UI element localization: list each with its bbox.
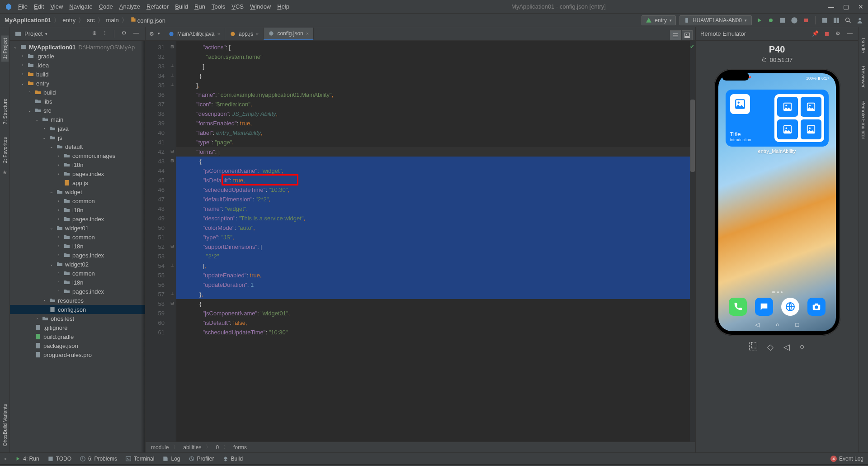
code-line[interactable]: "scheduledUpdateTime": "10:30" <box>176 328 695 337</box>
code-line[interactable]: ] <box>176 62 695 71</box>
project-panel-title[interactable]: Project <box>24 30 42 37</box>
tree-row[interactable]: .gitignore <box>10 323 145 332</box>
gear-icon[interactable]: ⚙ <box>122 30 129 38</box>
breadcrumb-item[interactable]: src <box>87 17 94 24</box>
tree-row[interactable]: ›build <box>10 70 145 79</box>
tree-row[interactable]: ›pages.index <box>10 287 145 296</box>
tree-row[interactable]: ⌄widget02 <box>10 260 145 269</box>
close-icon[interactable]: ✕ <box>858 3 863 10</box>
tree-row[interactable]: proguard-rules.pro <box>10 350 145 359</box>
project-tree[interactable]: ⌄MyApplication01D:\HarmonyOS\MyAp›.gradl… <box>10 41 145 452</box>
layout-icon[interactable] <box>833 17 840 24</box>
code-line[interactable]: "2*2" <box>176 252 695 261</box>
editor-tab[interactable]: MainAbility.java× <box>164 28 225 40</box>
tree-row[interactable]: ⌄widget01 <box>10 223 145 233</box>
code-line[interactable]: "description": JS_Empty Ability, <box>176 109 695 119</box>
dock-app-browser[interactable] <box>781 298 799 316</box>
tree-row[interactable]: ›i18n <box>10 278 145 287</box>
tree-row[interactable]: ⌄js <box>10 133 145 142</box>
code-line[interactable]: "scheduledUpdateTime": "10:30", <box>176 185 695 195</box>
code-line[interactable]: ], <box>176 261 695 271</box>
code-breadcrumb-item[interactable]: 0 <box>216 444 219 451</box>
rail-tab-favorites[interactable]: 2: Favorites <box>1 134 9 166</box>
menu-edit[interactable]: Edit <box>34 3 44 10</box>
stop-icon[interactable] <box>802 17 810 24</box>
tree-row[interactable]: ›build <box>10 88 145 97</box>
menu-code[interactable]: Code <box>99 3 113 10</box>
tree-row[interactable]: ⌄widget <box>10 187 145 196</box>
back-icon[interactable]: ◁ <box>783 342 790 352</box>
code-line[interactable]: "label": entry_MainAbility, <box>176 128 695 138</box>
phone-screen[interactable]: ◧ℕ📶📡📍 100%▮6:17 Title Introduction <box>718 73 836 331</box>
nav-recent-icon[interactable]: □ <box>796 321 799 328</box>
close-tab-icon[interactable]: × <box>256 31 259 37</box>
tree-row[interactable]: ›ohosTest <box>10 314 145 323</box>
menu-tools[interactable]: Tools <box>212 3 225 10</box>
service-widget-card[interactable]: Title Introduction <box>726 90 829 147</box>
dock-app-messages[interactable] <box>755 298 773 316</box>
tree-row[interactable]: ⌄main <box>10 115 145 124</box>
toolwindow-log[interactable]: Log <box>162 456 180 462</box>
device-file-icon[interactable] <box>821 17 828 24</box>
tree-row[interactable]: ⌄default <box>10 142 145 151</box>
pin-icon[interactable]: 📌 <box>812 31 818 37</box>
breadcrumb-item[interactable]: entry <box>62 17 75 24</box>
tree-row-root[interactable]: ⌄MyApplication01D:\HarmonyOS\MyAp <box>10 43 145 52</box>
stop-icon[interactable] <box>824 31 830 37</box>
code-line[interactable]: "action.system.home" <box>176 52 695 62</box>
toolwindow-profiler[interactable]: Profiler <box>189 456 214 462</box>
text-view-button[interactable] <box>670 30 681 40</box>
tree-row[interactable]: ›pages.index <box>10 169 145 178</box>
tree-row[interactable]: ›pages.index <box>10 251 145 260</box>
code-line[interactable]: "name": "widget", <box>176 204 695 214</box>
coverage-icon[interactable] <box>779 17 786 24</box>
menu-file[interactable]: File <box>18 3 28 10</box>
tree-row[interactable]: ›common.images <box>10 151 145 160</box>
breadcrumb-item[interactable]: config.json <box>130 16 165 24</box>
code-line[interactable]: "jsComponentName": "widget01", <box>176 309 695 318</box>
menu-window[interactable]: Window <box>250 3 271 10</box>
code-line[interactable]: "forms": [ <box>176 147 695 157</box>
tree-row[interactable]: ›common <box>10 233 145 242</box>
rail-tab-gradle[interactable]: Gradle <box>860 35 867 56</box>
chevron-down-icon[interactable]: ▾ <box>158 32 160 36</box>
event-log-button[interactable]: 4 Event Log <box>830 456 863 462</box>
dock-app-phone[interactable] <box>729 298 747 316</box>
home-icon[interactable]: ○ <box>800 342 805 352</box>
code-line[interactable]: { <box>176 299 695 309</box>
tree-row[interactable]: ›i18n <box>10 205 145 214</box>
hide-toolwindows-icon[interactable]: ▫ <box>5 456 6 461</box>
fold-gutter[interactable]: ⊟⊥⊥⊥⊟⊟⊟⊥⊥⊟ <box>168 41 176 442</box>
rail-tab-remote-emulator[interactable]: Remote Emulator <box>860 98 867 142</box>
code-line[interactable]: "name": "com.example.myapplication01.Mai… <box>176 90 695 100</box>
code-line[interactable]: } <box>176 71 695 81</box>
rail-tab-previewer[interactable]: Previewer <box>860 63 867 90</box>
tree-row[interactable]: package.json <box>10 341 145 350</box>
code-breadcrumb-item[interactable]: module <box>151 444 169 451</box>
collapse-icon[interactable]: ⁝ <box>104 30 111 38</box>
user-icon[interactable] <box>856 17 863 24</box>
tree-row[interactable]: ⌄entry <box>10 79 145 88</box>
tree-row[interactable]: ›i18n <box>10 242 145 251</box>
code-line[interactable]: "defaultDimension": "2*2", <box>176 195 695 204</box>
code-body[interactable]: "actions": [ "action.system.home" ] } ],… <box>176 41 695 442</box>
toolwindow-terminal[interactable]: Terminal <box>125 456 154 462</box>
breadcrumb-item[interactable]: main <box>106 17 119 24</box>
code-line[interactable]: "formsEnabled": true, <box>176 119 695 128</box>
nav-home-icon[interactable]: ○ <box>776 321 779 328</box>
code-line[interactable]: "isDefault": true, <box>176 176 695 185</box>
code-editor[interactable]: 3132333435363738394041424344454647484950… <box>146 41 695 442</box>
close-tab-icon[interactable]: × <box>217 31 220 37</box>
tree-row[interactable]: ›pages.index <box>10 214 145 223</box>
toolwindow-build[interactable]: Build <box>222 456 243 462</box>
tree-row[interactable]: libs <box>10 97 145 106</box>
run-icon[interactable] <box>755 17 763 24</box>
toolwindow-todo[interactable]: TODO <box>47 456 71 462</box>
screenshot-icon[interactable]: ⿺ <box>749 342 757 352</box>
dock-app-camera[interactable] <box>807 298 826 316</box>
tree-row[interactable]: ›common <box>10 269 145 278</box>
code-line[interactable]: "type": "page", <box>176 138 695 147</box>
locate-icon[interactable]: ⊕ <box>92 30 99 38</box>
code-line[interactable]: "type": "JS", <box>176 233 695 242</box>
toolwindow-run[interactable]: 4: Run <box>14 456 39 462</box>
